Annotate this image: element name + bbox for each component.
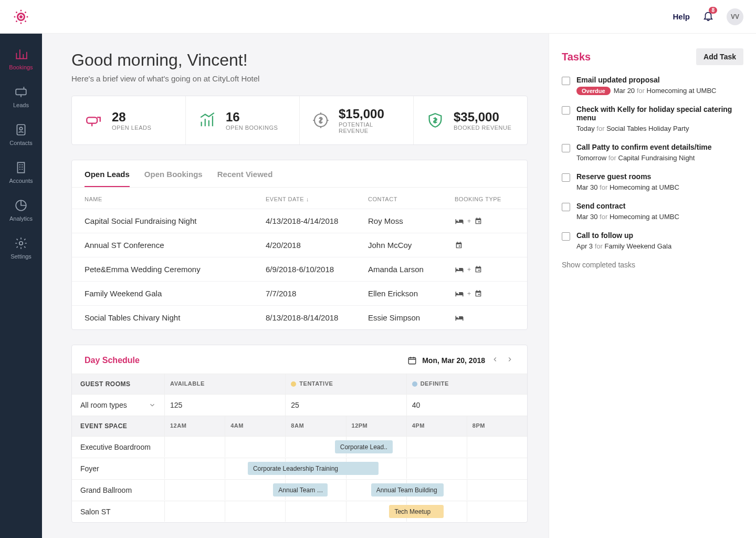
sidenav-item-bookings[interactable]: Bookings [0, 40, 42, 78]
task-meta: Mar 30 for Homecoming at UMBC [576, 213, 743, 221]
sidenav-item-contacts[interactable]: Contacts [0, 116, 42, 153]
calendar-icon [474, 289, 482, 298]
col-event-date[interactable]: EVENT DATE↓ [266, 196, 368, 202]
sidenav-item-leads[interactable]: Leads [0, 78, 42, 116]
task-item: Call Patty to confirm event details/time… [562, 143, 743, 162]
page-subtitle: Here's a brief view of what's going on a… [71, 74, 528, 83]
next-day-button[interactable] [505, 355, 514, 366]
event-block[interactable]: Annual Team Building [371, 483, 444, 496]
sidenav-label: Bookings [9, 64, 33, 70]
task-meta: OverdueMar 20 for Homecoming at UMBC [576, 87, 743, 95]
cell-contact: Amanda Larson [368, 265, 455, 274]
hour-header: 8PM [467, 416, 527, 436]
user-avatar[interactable]: VV [727, 8, 743, 25]
table-row[interactable]: Capital Social Fundraising Night4/13/201… [72, 209, 527, 233]
room-name: Foyer [72, 458, 164, 479]
stat-open-leads[interactable]: 28OPEN LEADS [72, 96, 186, 144]
task-date: Mar 30 [576, 183, 597, 191]
cell-name: Capital Social Fundraising Night [85, 216, 266, 225]
stat-open-bookings[interactable]: 16OPEN BOOKINGS [186, 96, 300, 144]
task-date: Tomorrow [576, 154, 606, 162]
cell-date: 6/9/2018-6/10/2018 [266, 265, 368, 274]
task-title[interactable]: Send contract [576, 202, 743, 210]
show-completed-link[interactable]: Show completed tasks [562, 261, 743, 269]
room-row: Grand BallroomAnnual Team …Annual Team B… [72, 479, 527, 501]
table-row[interactable]: Family Weekend Gala7/7/2018Ellen Erickso… [72, 281, 527, 305]
topbar: Help 8 VV [0, 0, 756, 34]
tab-recent-viewed[interactable]: Recent Viewed [217, 170, 273, 187]
event-block[interactable]: Annual Team … [273, 483, 328, 496]
task-checkbox[interactable] [562, 203, 570, 211]
task-title[interactable]: Email updated proposal [576, 76, 743, 84]
schedule-title: Day Schedule [85, 356, 140, 365]
contacts-icon [14, 123, 28, 137]
task-title[interactable]: Call to follow up [576, 231, 743, 240]
task-item: Call to follow upApr 3 for Family Weeken… [562, 231, 743, 250]
cell-type: + [455, 265, 514, 274]
svg-point-5 [16, 12, 17, 13]
stats-row: 28OPEN LEADS 16OPEN BOOKINGS $15,000POTE… [71, 96, 528, 145]
hour-header: 12AM [164, 416, 225, 436]
event-space-header: EVENT SPACE [72, 416, 164, 436]
main-content: Good morning, Vincent! Here's a brief vi… [42, 34, 549, 538]
room-type-select[interactable]: All room types [72, 395, 164, 416]
task-meta: Today for Social Tables Holiday Party [576, 125, 743, 132]
col-contact[interactable]: CONTACT [368, 196, 455, 202]
tentative-value: 25 [285, 395, 406, 416]
chevron-left-icon [491, 356, 499, 363]
stat-booked-revenue[interactable]: $35,000BOOKED REVENUE [414, 96, 527, 144]
sidenav-item-settings[interactable]: Settings [0, 229, 42, 267]
help-link[interactable]: Help [673, 12, 690, 21]
sidenav-item-analytics[interactable]: Analytics [0, 191, 42, 229]
cell-contact: Roy Moss [368, 216, 455, 225]
svg-point-7 [16, 20, 17, 22]
col-booking-type[interactable]: BOOKING TYPE [455, 196, 514, 202]
tab-open-bookings[interactable]: Open Bookings [144, 170, 203, 187]
task-checkbox[interactable] [562, 173, 570, 182]
event-block[interactable]: Corporate Leadership Training [248, 462, 379, 475]
task-checkbox[interactable] [562, 144, 570, 152]
chart-up-icon [14, 47, 28, 61]
svg-point-2 [20, 22, 22, 24]
stat-value: $35,000 [454, 110, 511, 125]
task-event: Social Tables Holiday Party [606, 125, 689, 132]
cell-type: + [455, 289, 514, 298]
notifications-button[interactable]: 8 [702, 10, 714, 24]
add-task-button[interactable]: Add Task [696, 48, 743, 65]
sidenav-label: Analytics [9, 215, 33, 222]
chart-up-icon [198, 111, 216, 129]
room-row: Executive BoardroomCorporate Lead.. [72, 436, 527, 458]
task-title[interactable]: Reserve guest rooms [576, 172, 743, 181]
room-name: Salon ST [72, 501, 164, 522]
task-item: Send contractMar 30 for Homecoming at UM… [562, 202, 743, 221]
stat-label: OPEN LEADS [112, 125, 151, 131]
cell-date: 4/20/2018 [266, 241, 368, 250]
task-date: Mar 30 [576, 213, 597, 221]
calendar-icon [474, 265, 482, 274]
col-name[interactable]: NAME [85, 196, 266, 202]
task-checkbox[interactable] [562, 77, 570, 85]
table-row[interactable]: Pete&Emma Wedding Ceremony6/9/2018-6/10/… [72, 257, 527, 281]
bed-icon [455, 266, 464, 273]
task-title[interactable]: Call Patty to confirm event details/time [576, 143, 743, 151]
chevron-down-icon [149, 401, 156, 409]
table-row[interactable]: Social Tables Chivary Night8/13/2018-8/1… [72, 305, 527, 329]
stat-potential-revenue[interactable]: $15,000POTENTIAL REVENUE [300, 96, 414, 144]
tab-open-leads[interactable]: Open Leads [85, 170, 130, 187]
task-title[interactable]: Check with Kelly for holiday special cat… [576, 105, 743, 122]
task-checkbox[interactable] [562, 232, 570, 241]
app-logo[interactable] [13, 8, 29, 25]
event-block[interactable]: Corporate Lead.. [335, 440, 393, 453]
prev-day-button[interactable] [490, 355, 500, 366]
bed-icon [455, 314, 464, 322]
task-meta: Mar 30 for Homecoming at UMBC [576, 183, 743, 191]
table-row[interactable]: Annual ST Conference4/20/2018John McCoy [72, 233, 527, 257]
room-timeline: Annual Team …Annual Team Building [164, 480, 527, 500]
tasks-title: Tasks [562, 51, 591, 63]
event-block[interactable]: Tech Meetup [389, 505, 444, 518]
available-value: 125 [164, 395, 285, 416]
stat-value: 28 [112, 110, 151, 125]
sidenav-item-accounts[interactable]: Accounts [0, 153, 42, 191]
task-checkbox[interactable] [562, 106, 570, 115]
target-dollar-icon [312, 111, 329, 129]
